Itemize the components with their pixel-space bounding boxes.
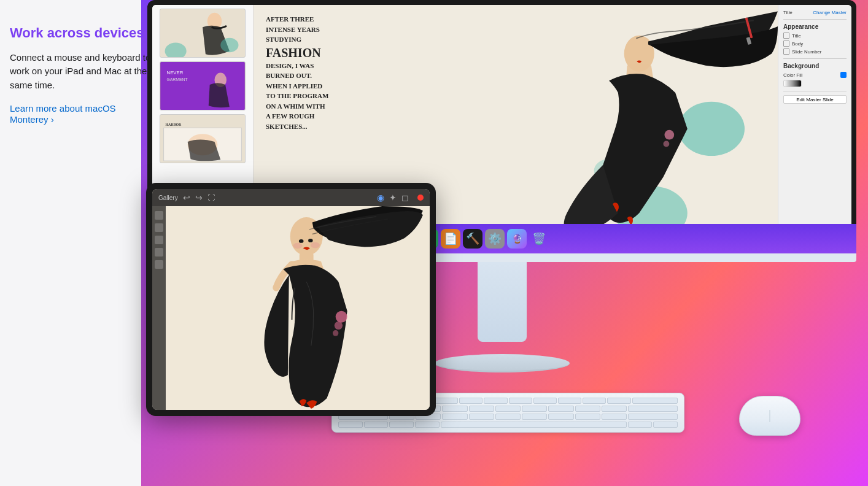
title-row: Title [783, 33, 847, 39]
key-r[interactable] [459, 398, 482, 404]
svg-text:NEVER: NEVER [167, 70, 184, 75]
eraser-icon[interactable]: ◻ [401, 193, 409, 202]
slide-thumb-3[interactable]: HARBOR [160, 114, 246, 163]
key-u[interactable] [533, 398, 557, 404]
slide-number-checkbox[interactable] [783, 48, 789, 55]
key-ctrl[interactable] [364, 422, 389, 428]
dock-icon-trash[interactable]: 🗑️ [529, 229, 549, 249]
slide-thumb-1[interactable] [160, 9, 246, 58]
tool-btn-1[interactable] [155, 211, 163, 220]
learn-more-link[interactable]: Learn more about macOS Monterey [10, 103, 116, 125]
keynote-right-panel: Title Change Master Appearance Title Bod… [778, 5, 851, 247]
tool-btn-3[interactable] [155, 236, 163, 244]
key-e[interactable] [435, 398, 458, 404]
key-period[interactable] [602, 414, 627, 420]
key-cmd-r[interactable] [628, 422, 653, 428]
ipad-artwork [166, 206, 430, 410]
svg-point-29 [293, 243, 302, 249]
change-master-btn[interactable]: Change Master [813, 10, 847, 15]
svg-point-25 [335, 322, 343, 330]
ipad-fashion-artwork [166, 206, 430, 410]
title-checkbox[interactable] [783, 33, 789, 39]
key-return[interactable] [628, 406, 678, 412]
svg-text:GARMENT: GARMENT [167, 77, 188, 82]
body-row: Body [783, 40, 847, 47]
key-b[interactable] [495, 414, 521, 420]
key-v[interactable] [469, 414, 494, 420]
key-l[interactable] [602, 406, 627, 412]
key-c[interactable] [442, 414, 467, 420]
key-rshift[interactable] [628, 414, 678, 420]
svg-point-18 [663, 141, 669, 147]
key-comma[interactable] [575, 414, 600, 420]
mouse-scroll-line [770, 410, 770, 422]
color-fill-row: Color Fill [783, 72, 847, 78]
slide-number-row: Slide Number [783, 48, 847, 55]
key-backspace[interactable] [632, 398, 678, 404]
brush-color-indicator[interactable]: ◉ [377, 193, 384, 202]
edit-master-slide-btn[interactable]: Edit Master Slide [783, 95, 847, 104]
stand-neck [478, 262, 527, 342]
dock-icon-systemprefs[interactable]: ⚙️ [485, 229, 505, 249]
slide-thumb-2[interactable]: NEVER GARMENT [160, 61, 246, 110]
description: Connect a mouse and keyboard to work on … [10, 51, 151, 93]
ipad-left-tools [152, 206, 166, 410]
key-fn[interactable] [338, 422, 363, 428]
dock-icon-xcode[interactable]: 🔨 [463, 229, 482, 249]
svg-point-30 [311, 242, 320, 248]
smudge-icon[interactable]: ✦ [389, 193, 397, 202]
appearance-label: Appearance [783, 23, 847, 30]
key-g[interactable] [495, 406, 521, 412]
svg-text:HARBOR: HARBOR [166, 123, 182, 126]
redo-icon[interactable]: ↪ [195, 193, 203, 202]
svg-point-27 [299, 239, 304, 243]
key-k[interactable] [575, 406, 600, 412]
page-container: Work across devices Connect a mouse and … [0, 0, 868, 486]
key-t[interactable] [484, 398, 507, 404]
key-f[interactable] [469, 406, 494, 412]
tool-btn-4[interactable] [155, 248, 163, 256]
key-n[interactable] [522, 414, 547, 420]
fashion-text: AFTER THREE INTENSE YEARS STUDYING FASHI… [266, 14, 328, 131]
color-swatch-row[interactable] [783, 80, 847, 87]
tool-btn-5[interactable] [155, 260, 163, 269]
svg-point-2 [220, 38, 238, 52]
key-i[interactable] [558, 398, 581, 404]
svg-point-13 [678, 102, 745, 156]
key-y[interactable] [509, 398, 532, 404]
transform-icon[interactable]: ⛶ [207, 193, 215, 202]
text-panel: Work across devices Connect a mouse and … [10, 25, 151, 125]
mouse [730, 396, 810, 445]
key-j[interactable] [548, 406, 573, 412]
gallery-btn[interactable]: Gallery [158, 195, 178, 201]
key-p[interactable] [607, 398, 630, 404]
key-h[interactable] [522, 406, 547, 412]
key-space[interactable] [441, 422, 627, 428]
key-cmd-l[interactable] [415, 422, 440, 428]
color-fill-label: Color Fill [783, 72, 803, 78]
dock-icon-siri[interactable]: 🔮 [507, 229, 527, 249]
key-m[interactable] [548, 414, 573, 420]
panel-divider-1 [783, 19, 847, 20]
title-label: Title [792, 33, 801, 39]
tool-btn-2[interactable] [155, 223, 163, 232]
mouse-body[interactable] [739, 396, 800, 436]
record-btn[interactable] [417, 195, 424, 201]
dock-icon-pages[interactable]: 📄 [441, 229, 460, 249]
body-checkbox[interactable] [783, 40, 789, 47]
key-option-r[interactable] [653, 422, 678, 428]
panel-title-label: Title [783, 10, 792, 15]
stand-base [435, 354, 570, 372]
svg-point-24 [336, 311, 347, 323]
ipad-container: Gallery ↩ ↪ ⛶ ◉ ✦ ◻ [146, 183, 436, 416]
key-d[interactable] [442, 406, 467, 412]
ipad-screen: Gallery ↩ ↪ ⛶ ◉ ✦ ◻ [152, 189, 430, 410]
key-option[interactable] [389, 422, 414, 428]
key-o[interactable] [583, 398, 606, 404]
undo-icon[interactable]: ↩ [183, 193, 190, 202]
ipad-bezel: Gallery ↩ ↪ ⛶ ◉ ✦ ◻ [146, 183, 436, 416]
svg-point-17 [664, 130, 674, 140]
color-fill-checkbox[interactable] [840, 72, 847, 78]
headline: Work across devices [10, 25, 151, 42]
svg-point-28 [308, 239, 313, 242]
